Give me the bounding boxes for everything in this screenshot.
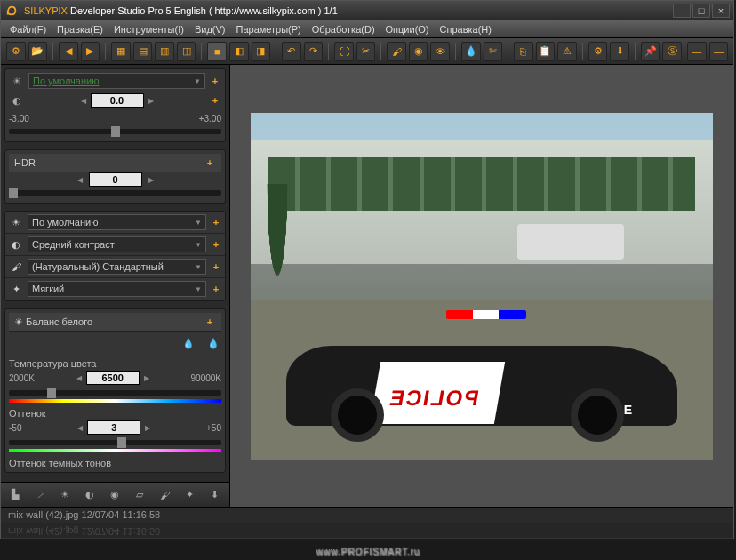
hdr-slider[interactable]	[9, 190, 221, 196]
tool-compare-view[interactable]: ◨	[252, 42, 271, 61]
exposure-value-input[interactable]	[91, 93, 144, 108]
main-toolbar: ⚙ 📂 ◀ ▶ ▦ ▤ ▥ ◫ ■ ◧ ◨ ↶ ↷ ⛶ ✂ 🖌 ◉ 👁 💧 ✄ …	[1, 38, 733, 65]
tool-redeye[interactable]: 👁	[430, 42, 450, 61]
tint-slider[interactable]	[9, 440, 221, 445]
tool-gear[interactable]: ⚙	[6, 42, 26, 61]
tint-min-label: -50	[9, 423, 21, 433]
tool-layout-2[interactable]: ▤	[133, 42, 153, 61]
menu-help[interactable]: Справка(H)	[435, 22, 497, 36]
sharpness-icon: ✦	[8, 281, 24, 297]
hdr-decrease-button[interactable]: ◀	[75, 173, 85, 186]
tool-dash-left[interactable]: —	[687, 42, 707, 61]
tool-rotate-left[interactable]: ↶	[282, 42, 301, 61]
temp-increase-button[interactable]: ▶	[141, 372, 152, 384]
output-icon[interactable]: ⬇	[205, 486, 223, 504]
tool-open-folder[interactable]: 📂	[28, 42, 48, 61]
tool-layout-1[interactable]: ▦	[111, 42, 131, 61]
app-window: SILKYPIX Developer Studio Pro 5 English …	[0, 0, 734, 539]
temp-value-input[interactable]	[86, 371, 140, 385]
color-icon: 🖌	[8, 259, 24, 275]
exposure-increase-button[interactable]: ▶	[146, 94, 156, 107]
tool-eyedropper[interactable]: 💧	[461, 42, 481, 61]
menu-view[interactable]: Вид(V)	[189, 22, 231, 36]
dark-tint-label: Оттенок тёмных тонов	[9, 458, 221, 468]
wb-panel-add-button[interactable]: +	[204, 316, 216, 328]
tool-folder-left[interactable]: ◀	[59, 42, 78, 61]
tool-layout-3[interactable]: ▥	[155, 42, 174, 61]
titlebar-text: SILKYPIX Developer Studio Pro 5 English …	[24, 5, 673, 16]
tool-pin[interactable]: 📌	[641, 42, 660, 61]
hdr-value-input[interactable]	[89, 172, 142, 187]
contrast-add-button[interactable]: +	[210, 238, 222, 251]
sun-icon[interactable]: ☀	[56, 486, 74, 504]
titlebar[interactable]: SILKYPIX Developer Studio Pro 5 English …	[1, 1, 733, 20]
tool-cut[interactable]: ✄	[484, 42, 503, 61]
wb-icon: ☀	[8, 214, 24, 230]
tint-label: Оттенок	[9, 408, 221, 419]
tool-spot[interactable]: ◉	[409, 42, 428, 61]
tool-dash-right[interactable]: —	[709, 42, 729, 61]
menu-params[interactable]: Параметры(P)	[230, 22, 306, 36]
hdr-increase-button[interactable]: ▶	[146, 173, 156, 186]
sidebar: ☀ По умолчанию ▼ + ◐ ◀ ▶ +	[1, 65, 230, 507]
tool-logo[interactable]: Ⓢ	[662, 42, 682, 61]
menubar: Файл(F) Правка(E) Инструменты(I) Вид(V) …	[1, 20, 733, 38]
eyedropper-gray-icon[interactable]: 💧	[180, 335, 196, 351]
lens-icon[interactable]: ◉	[106, 486, 124, 504]
tool-single-view[interactable]: ■	[207, 42, 227, 61]
chevron-down-icon: ▼	[195, 219, 202, 227]
temp-decrease-button[interactable]: ◀	[74, 372, 84, 384]
hdr-add-button[interactable]: +	[204, 156, 216, 169]
tool-warning[interactable]: ⚠	[557, 42, 577, 61]
exposure-preset-dropdown[interactable]: По умолчанию ▼	[28, 73, 205, 89]
curve-icon[interactable]: ⟋	[31, 486, 49, 504]
tool-crop[interactable]: ✂	[356, 42, 376, 61]
eyedropper-skin-icon[interactable]: 💧	[205, 335, 221, 351]
histogram-icon[interactable]: ▙	[6, 486, 24, 504]
exposure-panel: ☀ По умолчанию ▼ + ◐ ◀ ▶ +	[4, 68, 226, 142]
exposure-add2-button[interactable]: +	[209, 94, 221, 107]
close-button[interactable]: ×	[712, 4, 730, 18]
sparkle-icon[interactable]: ✦	[180, 486, 198, 504]
tool-export[interactable]: ⬇	[610, 42, 629, 61]
menu-edit[interactable]: Правка(E)	[52, 22, 108, 36]
contrast-dropdown[interactable]: Средний контраст ▼	[28, 236, 206, 252]
tool-paste[interactable]: 📋	[536, 42, 556, 61]
hdr-panel: HDR + ◀ ▶	[4, 149, 226, 204]
tint-value-input[interactable]	[87, 420, 140, 435]
statusbar-reflection: mix wall (42).jpg 12/07/04 11:16:58	[1, 523, 733, 539]
tint-increase-button[interactable]: ▶	[142, 421, 153, 434]
menu-options[interactable]: Опции(O)	[380, 22, 435, 36]
tool-copy[interactable]: ⎘	[514, 42, 533, 61]
tool-fit[interactable]: ⛶	[334, 42, 354, 61]
tool-layout-4[interactable]: ◫	[177, 42, 196, 61]
image-viewport[interactable]: POLICE POLICE	[230, 65, 733, 507]
sharpness-dropdown[interactable]: Мягкий ▼	[28, 281, 206, 297]
tint-decrease-button[interactable]: ◀	[75, 421, 85, 434]
menu-tools[interactable]: Инструменты(I)	[108, 22, 189, 36]
watermark: www.PROFISMART.ru	[316, 547, 420, 556]
exposure-decrease-button[interactable]: ◀	[78, 94, 89, 107]
color-dropdown[interactable]: (Натуральный) Стандартный ▼	[28, 259, 206, 275]
wb-dropdown[interactable]: По умолчанию ▼	[28, 214, 206, 230]
brush2-icon[interactable]: 🖌	[156, 486, 173, 504]
exposure-slider[interactable]	[9, 129, 221, 134]
tool-split-view[interactable]: ◧	[229, 42, 249, 61]
tool-brush[interactable]: 🖌	[387, 42, 406, 61]
exposure-add-button[interactable]: +	[209, 75, 221, 87]
geom-icon[interactable]: ▱	[131, 486, 148, 504]
color-add-button[interactable]: +	[210, 260, 222, 273]
wb-add-button[interactable]: +	[210, 216, 222, 228]
tool-settings[interactable]: ⚙	[588, 42, 608, 61]
tool-rotate-right[interactable]: ↷	[304, 42, 324, 61]
exposure-icon: ☀	[9, 73, 25, 89]
menu-file[interactable]: Файл(F)	[4, 22, 52, 36]
maximize-button[interactable]: □	[692, 4, 710, 18]
tool-folder-right[interactable]: ▶	[81, 42, 100, 61]
sharpness-add-button[interactable]: +	[210, 283, 222, 295]
temp-slider[interactable]	[9, 390, 221, 396]
contrast2-icon[interactable]: ◐	[81, 486, 99, 504]
menu-process[interactable]: Обработка(D)	[307, 22, 380, 36]
temp-label: Температура цвета	[9, 358, 221, 369]
minimize-button[interactable]: –	[673, 4, 691, 18]
